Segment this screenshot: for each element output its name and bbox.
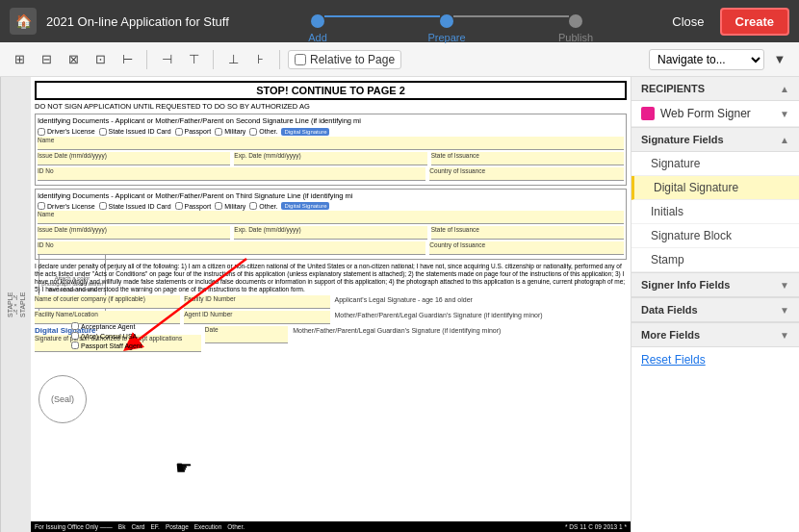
- field-digital-sig-label: Digital Signature: [654, 181, 738, 194]
- connector-1: [324, 15, 440, 17]
- doc-body: STOP! CONTINUE TO PAGE 2 DO NOT SIGN APP…: [31, 77, 631, 532]
- document-area[interactable]: STAPLE 2" × 2" STAPLE Attach a color pho…: [0, 77, 631, 532]
- field-id-no-1[interactable]: ID No: [38, 167, 425, 181]
- toolbar-chevron-down-icon[interactable]: ▼: [768, 48, 791, 71]
- field-state-2[interactable]: State of Issuance: [431, 226, 624, 240]
- checkbox-military-2[interactable]: Military: [215, 202, 245, 210]
- toolbar-icon-5[interactable]: ⊢: [116, 48, 139, 71]
- field-issue-date-2[interactable]: Issue Date (mm/dd/yyyy): [38, 226, 230, 240]
- relative-checkbox-input[interactable]: [295, 54, 306, 65]
- dimension-label: 2" × 2": [13, 294, 19, 314]
- close-button[interactable]: Close: [664, 11, 711, 33]
- field-stamp[interactable]: Stamp: [631, 248, 799, 272]
- field-id-no-2[interactable]: ID No: [38, 241, 425, 255]
- reset-fields-link[interactable]: Reset Fields: [641, 353, 706, 367]
- stop-banner: STOP! CONTINUE TO PAGE 2: [35, 81, 627, 100]
- field-signature-label: Signature: [651, 157, 700, 170]
- signer-info-header[interactable]: Signer Info Fields ▼: [631, 272, 799, 297]
- app-title: 2021 On-line Application for Stuff: [46, 14, 229, 29]
- field-digital-signature[interactable]: Digital Signature: [631, 176, 799, 200]
- field-initials[interactable]: Initials: [631, 200, 799, 224]
- more-fields-header[interactable]: More Fields ▼: [631, 322, 799, 347]
- dont-sign-text: DO NOT SIGN APPLICATION UNTIL REQUESTED …: [35, 102, 627, 112]
- recipient-name: Web Form Signer: [660, 107, 774, 120]
- checkbox-drivers-1[interactable]: Driver's License: [38, 128, 95, 136]
- mother-sig-label: Mother/Father/Parent/Legal Guardian's Si…: [334, 311, 628, 324]
- acceptance-agent-check[interactable]: Acceptance Agent: [71, 322, 142, 330]
- navigate-select[interactable]: Navigate to...: [649, 49, 764, 70]
- passport-staff-check[interactable]: Passport Staff Agent: [71, 342, 142, 349]
- sig-fields-chevron-icon[interactable]: ▲: [780, 135, 789, 145]
- bottom-bar: For Issuing Office Only —— Bk Card EF. P…: [31, 521, 631, 532]
- signer-info-chevron-icon[interactable]: ▼: [780, 280, 789, 291]
- legal-sig-label: Applicant's Legal Signature - age 16 and…: [334, 295, 628, 309]
- field-signature-block[interactable]: Signature Block: [631, 224, 799, 248]
- bottom-office: For Issuing Office Only ——: [35, 523, 113, 530]
- step-publish[interactable]: Publish: [569, 14, 582, 28]
- field-country-2[interactable]: Country of Issuance: [429, 241, 624, 255]
- recipient-item[interactable]: Web Form Signer ▼: [631, 101, 799, 127]
- step-add[interactable]: Add: [311, 14, 324, 28]
- step-add-label: Add: [308, 32, 327, 43]
- checkbox-drivers-2[interactable]: Driver's License: [38, 202, 95, 210]
- field-country-1[interactable]: Country of Issuance: [429, 167, 624, 181]
- data-fields-chevron-icon[interactable]: ▼: [780, 305, 789, 316]
- id-header-1: Identifying Documents - Applicant or Mot…: [38, 116, 624, 126]
- bottom-card: Card: [131, 523, 144, 530]
- home-button[interactable]: 🏠: [10, 8, 37, 35]
- staple-label-bottom: STAPLE: [19, 291, 26, 317]
- toolbar-icon-9[interactable]: ⊦: [248, 48, 271, 71]
- checkbox-military-1[interactable]: Military: [215, 128, 245, 136]
- checkbox-other-2[interactable]: Other.: [249, 202, 277, 210]
- field-exp-date-2[interactable]: Exp. Date (mm/dd/yyyy): [234, 226, 426, 240]
- signature-fields-header[interactable]: Signature Fields ▲: [631, 127, 799, 152]
- create-button[interactable]: Create: [720, 8, 789, 36]
- doc-content: STAPLE 2" × 2" STAPLE Attach a color pho…: [0, 77, 631, 532]
- more-fields-chevron-icon[interactable]: ▼: [780, 330, 789, 341]
- field-date[interactable]: Date: [205, 326, 288, 343]
- checkbox-state-id-1[interactable]: State Issued ID Card: [99, 128, 171, 136]
- form-row-dates-2: Issue Date (mm/dd/yyyy) Exp. Date (mm/dd…: [38, 226, 624, 240]
- form-row-id-1: ID No Country of Issuance: [38, 167, 624, 181]
- relative-to-page-checkbox[interactable]: Relative to Page: [288, 50, 401, 69]
- field-name-2[interactable]: Name: [38, 211, 624, 224]
- steps-container: Add Prepare Publish: [311, 14, 582, 28]
- toolbar-icon-3[interactable]: ⊠: [62, 48, 85, 71]
- toolbar-icon-7[interactable]: ⊤: [182, 48, 205, 71]
- toolbar-icon-1[interactable]: ⊞: [8, 48, 31, 71]
- signer-info-label: Signer Info Fields: [641, 279, 730, 291]
- checkbox-state-id-2[interactable]: State Issued ID Card: [99, 202, 171, 210]
- data-fields-header[interactable]: Data Fields ▼: [631, 297, 799, 322]
- checkbox-other-1[interactable]: Other.: [249, 128, 277, 136]
- field-agent-id[interactable]: Agent ID Number: [184, 311, 329, 324]
- id-section-1: Identifying Documents - Applicant or Mot…: [35, 114, 627, 186]
- field-name-1[interactable]: Name: [38, 137, 624, 150]
- checkbox-passport-2[interactable]: Passport: [175, 202, 212, 210]
- field-courier[interactable]: Name of courier company (if applicable): [35, 295, 180, 309]
- toolbar-icon-6[interactable]: ⊣: [155, 48, 178, 71]
- step-prepare[interactable]: Prepare: [440, 14, 453, 28]
- field-issue-date-1[interactable]: Issue Date (mm/dd/yyyy): [38, 152, 230, 165]
- field-signature[interactable]: Signature: [631, 152, 799, 176]
- declaration-text: I declare under penalty of perjury all o…: [35, 263, 627, 292]
- checkbox-passport-1[interactable]: Passport: [175, 128, 212, 136]
- toolbar-icon-4[interactable]: ⊡: [89, 48, 112, 71]
- recipient-color-badge: [641, 107, 655, 120]
- top-bar: 🏠 2021 On-line Application for Stuff Add…: [0, 0, 799, 42]
- id-header-2: Identifying Documents - Applicant or Mot…: [38, 191, 624, 201]
- toolbar-separator-3: [279, 50, 280, 69]
- field-state-1[interactable]: State of Issuance: [431, 152, 624, 165]
- top-actions: Close Create: [664, 8, 789, 36]
- recipients-header: RECIPIENTS ▲: [631, 77, 799, 101]
- recipient-chevron-icon[interactable]: ▼: [780, 109, 789, 119]
- toolbar-icon-8[interactable]: ⊥: [221, 48, 245, 71]
- cursor-hand-icon: ☛: [175, 456, 193, 479]
- vice-consul-check[interactable]: (Vice) Consul USA: [71, 332, 142, 340]
- step-prepare-circle: [440, 14, 453, 28]
- recipients-chevron-icon[interactable]: ▲: [780, 84, 789, 94]
- field-exp-date-1[interactable]: Exp. Date (mm/dd/yyyy): [234, 152, 426, 165]
- toolbar-icon-2[interactable]: ⊟: [35, 48, 58, 71]
- field-facility-id[interactable]: Facility ID Number: [184, 295, 329, 309]
- step-prepare-label: Prepare: [427, 32, 465, 43]
- id-section-2: Identifying Documents - Applicant or Mot…: [35, 189, 627, 261]
